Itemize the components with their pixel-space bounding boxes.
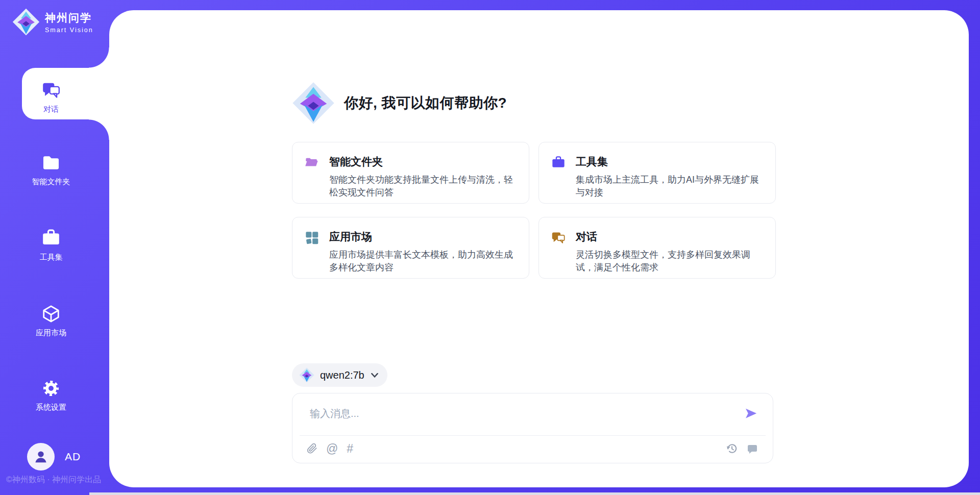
chat-bubble-icon[interactable] [746, 442, 758, 455]
sidebar-item-settings[interactable]: 系统设置 [20, 379, 82, 412]
model-name: qwen2:7b [320, 369, 364, 381]
person-icon [32, 448, 50, 465]
toolbox-icon [551, 156, 566, 170]
feature-cards: 智能文件夹 智能文件夹功能支持批量文件上传与清洗，轻松实现文件问答 工具集 集成… [292, 142, 776, 279]
message-input[interactable]: 输入消息... [310, 407, 359, 420]
card-title: 应用市场 [329, 230, 516, 244]
brand-diamond-icon [12, 8, 40, 36]
feature-card-chat[interactable]: 对话 灵活切换多模型文件，支持多样回复效果调试，满足个性化需求 [538, 217, 776, 279]
user-name: AD [65, 451, 81, 463]
sidebar-item-app-market[interactable]: 应用市场 [20, 304, 82, 338]
card-body: 工具集 集成市场上主流工具，助力AI与外界无缝扩展与对接 [576, 155, 762, 203]
card-body: 智能文件夹 智能文件夹功能支持批量文件上传与清洗，轻松实现文件问答 [329, 155, 516, 203]
sidebar-item-label: 系统设置 [36, 403, 66, 412]
sidebar-item-chat[interactable]: 对话 [20, 81, 82, 114]
assistant-logo-icon [292, 82, 335, 125]
folder-icon [41, 153, 61, 172]
composer-divider [300, 435, 766, 436]
card-body: 对话 灵活切换多模型文件，支持多样回复效果调试，满足个性化需求 [576, 230, 762, 278]
brand-subtitle: Smart Vision [45, 27, 93, 34]
app-root: 神州问学 Smart Vision 对话 [0, 0, 980, 495]
grid-icon [305, 231, 319, 245]
card-title: 对话 [576, 230, 762, 244]
card-description: 智能文件夹功能支持批量文件上传与清洗，轻松实现文件问答 [329, 174, 516, 199]
card-title: 工具集 [576, 155, 762, 169]
sidebar-item-smart-folder[interactable]: 智能文件夹 [20, 153, 82, 187]
sidebar-item-label: 智能文件夹 [32, 177, 70, 187]
sidebar: 神州问学 Smart Vision 对话 [0, 0, 109, 495]
composer-tools-right [726, 442, 758, 455]
card-description: 应用市场提供丰富长文本模板，助力高效生成多样化文章内容 [329, 249, 516, 274]
toolbox-icon [41, 229, 61, 248]
model-logo-icon [299, 367, 314, 383]
attachment-icon[interactable] [307, 442, 317, 455]
feature-card-toolset[interactable]: 工具集 集成市场上主流工具，助力AI与外界无缝扩展与对接 [538, 142, 776, 204]
sidebar-item-label: 对话 [43, 105, 59, 114]
mention-icon[interactable]: @ [326, 442, 338, 455]
chat-icon [551, 231, 566, 245]
gear-icon [41, 379, 61, 398]
card-description: 集成市场上主流工具，助力AI与外界无缝扩展与对接 [576, 174, 762, 199]
send-button[interactable] [743, 406, 758, 421]
chat-icon [41, 81, 61, 100]
history-icon[interactable] [726, 442, 738, 455]
greeting-title: 你好, 我可以如何帮助你? [344, 93, 507, 113]
feature-card-smart-folder[interactable]: 智能文件夹 智能文件夹功能支持批量文件上传与清洗，轻松实现文件问答 [292, 142, 529, 204]
cube-icon [41, 304, 61, 324]
copyright-text: ©神州数码 · 神州问学出品 [6, 475, 101, 485]
user-profile[interactable]: AD [27, 443, 81, 471]
message-composer[interactable]: 输入消息... @ # [292, 393, 773, 463]
brand-logo: 神州问学 Smart Vision [12, 8, 93, 36]
composer-tools-left: @ # [307, 442, 353, 455]
greeting: 你好, 我可以如何帮助你? [292, 82, 507, 125]
folder-open-icon [305, 156, 319, 170]
card-title: 智能文件夹 [329, 155, 516, 169]
feature-card-app-market[interactable]: 应用市场 应用市场提供丰富长文本模板，助力高效生成多样化文章内容 [292, 217, 529, 279]
brand-name: 神州问学 [45, 11, 93, 25]
sidebar-item-toolset[interactable]: 工具集 [20, 229, 82, 262]
sidebar-item-label: 工具集 [40, 253, 63, 262]
topic-icon[interactable]: # [347, 442, 353, 455]
model-selector[interactable]: qwen2:7b [292, 363, 387, 387]
brand-text: 神州问学 Smart Vision [45, 11, 93, 34]
main-panel: 你好, 我可以如何帮助你? 智能文件夹 智能文件夹功能支持批量文件上传与清洗，轻… [109, 10, 969, 487]
avatar [27, 443, 55, 471]
chevron-down-icon [371, 373, 378, 378]
card-description: 灵活切换多模型文件，支持多样回复效果调试，满足个性化需求 [576, 249, 762, 274]
horizontal-scrollbar[interactable] [89, 492, 980, 495]
sidebar-item-label: 应用市场 [36, 328, 66, 338]
card-body: 应用市场 应用市场提供丰富长文本模板，助力高效生成多样化文章内容 [329, 230, 516, 278]
